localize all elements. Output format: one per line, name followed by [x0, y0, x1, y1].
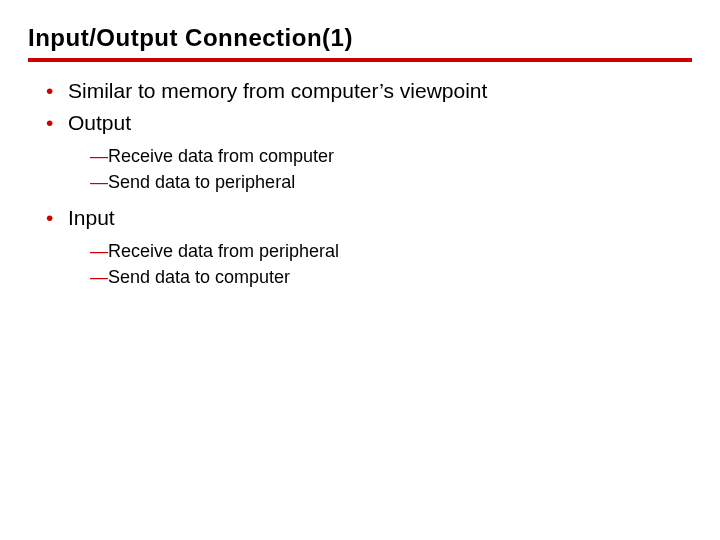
sub-bullet-item: —Receive data from computer [90, 143, 692, 169]
dash-icon: — [90, 267, 108, 287]
slide-title: Input/Output Connection(1) [28, 24, 692, 62]
bullet-text: Output [68, 111, 131, 134]
sub-bullet-text: Send data to peripheral [108, 172, 295, 192]
sub-bullet-text: Send data to computer [108, 267, 290, 287]
sub-bullet-item: —Receive data from peripheral [90, 238, 692, 264]
sub-bullet-item: —Send data to peripheral [90, 169, 692, 195]
sub-bullet-list: —Receive data from computer —Send data t… [68, 143, 692, 195]
dash-icon: — [90, 241, 108, 261]
slide: Input/Output Connection(1) Similar to me… [0, 0, 720, 322]
bullet-item: Output —Receive data from computer —Send… [46, 108, 692, 195]
bullet-item: Similar to memory from computer’s viewpo… [46, 76, 692, 106]
dash-icon: — [90, 172, 108, 192]
sub-bullet-text: Receive data from peripheral [108, 241, 339, 261]
bullet-item: Input —Receive data from peripheral —Sen… [46, 203, 692, 290]
bullet-list: Similar to memory from computer’s viewpo… [28, 76, 692, 290]
dash-icon: — [90, 146, 108, 166]
bullet-text: Similar to memory from computer’s viewpo… [68, 79, 487, 102]
bullet-text: Input [68, 206, 115, 229]
sub-bullet-text: Receive data from computer [108, 146, 334, 166]
sub-bullet-list: —Receive data from peripheral —Send data… [68, 238, 692, 290]
sub-bullet-item: —Send data to computer [90, 264, 692, 290]
